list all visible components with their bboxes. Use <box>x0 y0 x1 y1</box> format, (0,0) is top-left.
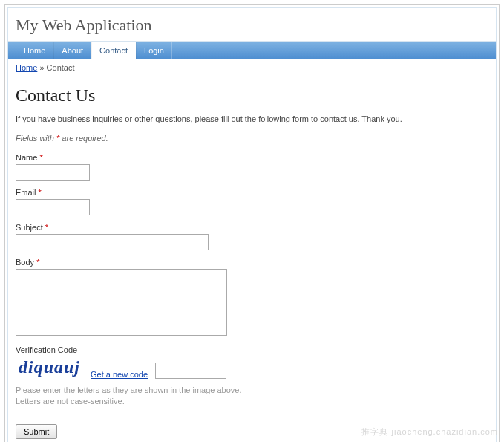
captcha-row: diquauj Get a new code <box>16 357 488 379</box>
intro-text: If you have business inquiries or other … <box>16 114 488 123</box>
nav-about[interactable]: About <box>53 42 91 59</box>
field-body: Body * <box>16 258 488 338</box>
content: Contact Us If you have business inquirie… <box>8 75 496 442</box>
page-heading: Contact Us <box>16 85 488 105</box>
breadcrumb-sep: » <box>37 63 46 72</box>
captcha-refresh-link[interactable]: Get a new code <box>91 370 148 379</box>
field-verification: Verification Code diquauj Get a new code… <box>16 345 488 408</box>
submit-button[interactable]: Submit <box>16 424 57 439</box>
verification-label: Verification Code <box>16 345 488 354</box>
main-nav: Home About Contact Login <box>8 42 496 59</box>
app-title: My Web Application <box>16 16 488 35</box>
field-email: Email * <box>16 188 488 215</box>
page-container: My Web Application Home About Contact Lo… <box>4 4 500 442</box>
captcha-input[interactable] <box>155 363 226 379</box>
header: My Web Application <box>8 8 496 42</box>
field-subject: Subject * <box>16 223 488 250</box>
body-textarea[interactable] <box>16 269 227 336</box>
breadcrumb-current: Contact <box>47 63 75 72</box>
subject-label: Subject * <box>16 223 488 232</box>
field-name: Name * <box>16 153 488 181</box>
nav-login[interactable]: Login <box>136 42 172 59</box>
watermark: 推字典 jiaocheng.chazidian.com <box>361 426 498 438</box>
breadcrumb-home[interactable]: Home <box>16 63 37 72</box>
name-label: Name * <box>16 153 488 162</box>
required-note: Fields with * are required. <box>16 134 488 143</box>
breadcrumb: Home » Contact <box>8 59 496 75</box>
captcha-hint: Please enter the letters as they are sho… <box>16 385 488 408</box>
nav-contact[interactable]: Contact <box>91 42 136 59</box>
email-label: Email * <box>16 188 488 197</box>
nav-home[interactable]: Home <box>16 42 53 59</box>
name-input[interactable] <box>16 164 90 181</box>
email-input[interactable] <box>16 199 90 215</box>
page-inner: My Web Application Home About Contact Lo… <box>7 7 497 442</box>
body-label: Body * <box>16 258 488 267</box>
subject-input[interactable] <box>16 234 209 250</box>
captcha-image: diquauj <box>16 357 83 379</box>
